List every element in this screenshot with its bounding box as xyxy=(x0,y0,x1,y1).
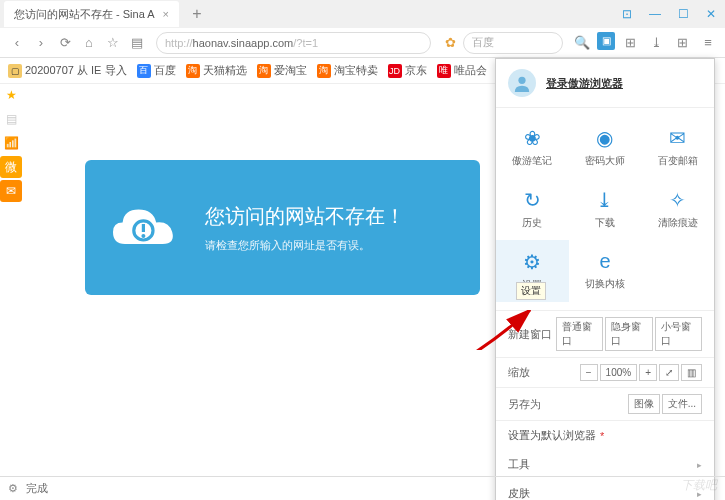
browser-tab[interactable]: 您访问的网站不存在 - Sina A × xyxy=(4,1,179,27)
zoom-value: 100% xyxy=(600,364,638,381)
history-icon: ↻ xyxy=(524,188,541,212)
login-link[interactable]: 登录傲游浏览器 xyxy=(546,76,623,91)
tab-title: 您访问的网站不存在 - Sina A xyxy=(14,7,155,22)
apps-icon[interactable]: ⊞ xyxy=(671,32,693,54)
bookmark-item[interactable]: 淘天猫精选 xyxy=(186,63,247,78)
save-as-row: 另存为 图像 文件... xyxy=(496,388,714,421)
error-title: 您访问的网站不存在！ xyxy=(205,203,405,230)
window-minimize-icon[interactable]: — xyxy=(641,0,669,28)
notes-icon[interactable]: ▤ xyxy=(126,32,148,54)
svg-point-2 xyxy=(141,234,145,238)
window-pin-icon[interactable]: ⊡ xyxy=(613,0,641,28)
svg-rect-1 xyxy=(142,224,145,232)
url-domain: haonav.sinaapp.com xyxy=(193,37,294,49)
set-default-item[interactable]: 设置为默认浏览器* xyxy=(496,421,714,450)
chevron-right-icon: ▸ xyxy=(697,460,702,470)
status-text: 完成 xyxy=(26,481,48,496)
tools-item[interactable]: 工具▸ xyxy=(496,450,714,479)
window-close-icon[interactable]: ✕ xyxy=(697,0,725,28)
menu-grid: ❀傲游笔记 ◉密码大师 ✉百变邮箱 ↻历史 ⤓下载 ✧清除痕迹 ⚙设置 设置 e… xyxy=(496,108,714,311)
download-icon[interactable]: ⤓ xyxy=(645,32,667,54)
bookmark-item[interactable]: JD京东 xyxy=(388,63,427,78)
sidebar-weibo-icon[interactable]: 微 xyxy=(0,156,22,178)
bookmark-folder[interactable]: ▢20200707 从 IE 导入 xyxy=(8,63,127,78)
bookmark-item[interactable]: 淘淘宝特卖 xyxy=(317,63,378,78)
menu-notes[interactable]: ❀傲游笔记 xyxy=(496,116,569,178)
menu-button[interactable]: ≡ xyxy=(697,32,719,54)
forward-button[interactable]: › xyxy=(30,32,52,54)
small-window-button[interactable]: 小号窗口 xyxy=(655,317,702,351)
star-icon: * xyxy=(600,430,604,442)
fingerprint-icon: ◉ xyxy=(596,126,613,150)
address-bar[interactable]: http://haonav.sinaapp.com/?t=1 xyxy=(156,32,431,54)
zoom-row: 缩放 − 100% + ⤢ ▥ xyxy=(496,358,714,388)
save-image-button[interactable]: 图像 xyxy=(628,394,660,414)
sidebar-chat-icon[interactable]: ✉ xyxy=(0,180,22,202)
favorite-button[interactable]: ☆ xyxy=(102,32,124,54)
bee-icon[interactable]: ✿ xyxy=(439,32,461,54)
new-window-row: 新建窗口 普通窗口 隐身窗口 小号窗口 xyxy=(496,311,714,358)
title-bar: 您访问的网站不存在 - Sina A × + ⊡ — ☐ ✕ xyxy=(0,0,725,28)
error-panel: 您访问的网站不存在！ 请检查您所输入的网址是否有误。 xyxy=(85,160,480,295)
status-bar: ⚙ 完成 xyxy=(0,476,725,500)
avatar-icon xyxy=(508,69,536,97)
split-button[interactable]: ▥ xyxy=(681,364,702,381)
gear-icon: ⚙ xyxy=(523,250,541,274)
ie-icon: e xyxy=(599,250,610,273)
cloud-icon xyxy=(105,198,185,258)
menu-download[interactable]: ⤓下载 xyxy=(569,178,642,240)
tab-close-icon[interactable]: × xyxy=(163,8,169,20)
zoom-in-button[interactable]: + xyxy=(639,364,657,381)
bookmark-item[interactable]: 淘爱淘宝 xyxy=(257,63,307,78)
url-path: /?t=1 xyxy=(293,37,318,49)
capture-icon[interactable]: ⊞ xyxy=(619,32,641,54)
sidebar: ★ ▤ 📶 微 ✉ xyxy=(0,84,24,202)
url-protocol: http:// xyxy=(165,37,193,49)
fullscreen-button[interactable]: ⤢ xyxy=(659,364,679,381)
new-tab-button[interactable]: + xyxy=(185,4,209,24)
menu-mail[interactable]: ✉百变邮箱 xyxy=(641,116,714,178)
menu-password[interactable]: ◉密码大师 xyxy=(569,116,642,178)
incognito-window-button[interactable]: 隐身窗口 xyxy=(605,317,652,351)
bookmark-item[interactable]: 百百度 xyxy=(137,63,176,78)
bookmark-item[interactable]: 唯唯品会 xyxy=(437,63,487,78)
sidebar-rss-icon[interactable]: 📶 xyxy=(0,132,22,154)
status-gear-icon[interactable]: ⚙ xyxy=(8,482,18,495)
sidebar-note-icon[interactable]: ▤ xyxy=(0,108,22,130)
window-controls: ⊡ — ☐ ✕ xyxy=(613,0,725,28)
back-button[interactable]: ‹ xyxy=(6,32,28,54)
broom-icon: ✧ xyxy=(669,188,686,212)
tooltip: 设置 xyxy=(516,282,546,300)
menu-settings[interactable]: ⚙设置 设置 xyxy=(496,240,569,302)
menu-switch-core[interactable]: e切换内核 xyxy=(569,240,642,302)
watermark: 下载吧 xyxy=(681,477,717,494)
zoom-out-button[interactable]: − xyxy=(580,364,598,381)
menu-clear[interactable]: ✧清除痕迹 xyxy=(641,178,714,240)
mail-icon: ✉ xyxy=(669,126,686,150)
reload-button[interactable]: ⟳ xyxy=(54,32,76,54)
home-button[interactable]: ⌂ xyxy=(78,32,100,54)
download-icon: ⤓ xyxy=(596,188,613,212)
extension-icon[interactable]: ▣ xyxy=(597,32,615,50)
menu-history[interactable]: ↻历史 xyxy=(496,178,569,240)
search-icon[interactable]: 🔍 xyxy=(571,32,593,54)
main-menu-panel: 登录傲游浏览器 ❀傲游笔记 ◉密码大师 ✉百变邮箱 ↻历史 ⤓下载 ✧清除痕迹 … xyxy=(495,58,715,500)
search-input[interactable]: 百度 xyxy=(463,32,563,54)
normal-window-button[interactable]: 普通窗口 xyxy=(556,317,603,351)
sidebar-star-icon[interactable]: ★ xyxy=(0,84,22,106)
login-row[interactable]: 登录傲游浏览器 xyxy=(496,59,714,108)
save-file-button[interactable]: 文件... xyxy=(662,394,702,414)
window-maximize-icon[interactable]: ☐ xyxy=(669,0,697,28)
notes-icon: ❀ xyxy=(524,126,541,150)
error-subtitle: 请检查您所输入的网址是否有误。 xyxy=(205,238,405,253)
svg-point-3 xyxy=(518,77,525,84)
toolbar: ‹ › ⟳ ⌂ ☆ ▤ http://haonav.sinaapp.com/?t… xyxy=(0,28,725,58)
